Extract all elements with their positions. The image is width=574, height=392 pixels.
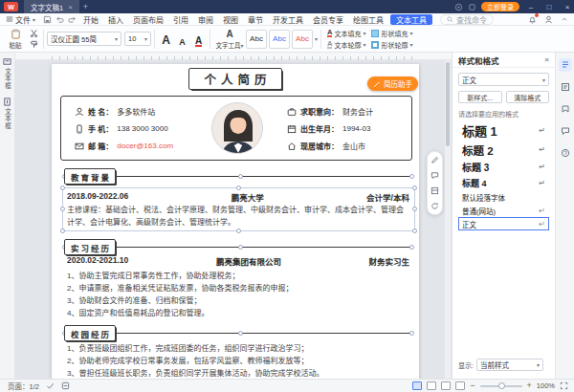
shape-outline-button[interactable]: 形状轮廓 ▾ xyxy=(371,40,412,50)
bell-icon[interactable] xyxy=(528,15,537,24)
resize-handle[interactable] xyxy=(412,229,417,233)
current-style-select[interactable]: 正文 ▾ xyxy=(458,73,549,86)
style-item-heading1[interactable]: 标题 1 ↵ xyxy=(458,120,549,141)
zoom-out-button[interactable]: − xyxy=(470,381,475,390)
section-divider-line[interactable] xyxy=(64,333,412,334)
document-canvas[interactable]: 简历助手 个人简历 姓 名： 多多软件站 手 机： 138 3000 3000 xyxy=(15,60,452,379)
page-indicator[interactable]: 页面：1/2 xyxy=(8,381,39,391)
search-input[interactable]: 查找命令 xyxy=(440,14,494,25)
float-rotate-icon[interactable] xyxy=(430,202,439,210)
text-outline-button[interactable]: A 文本轮廓 ▾ xyxy=(327,40,365,50)
style-item-body-selected[interactable]: 正文 ↵ xyxy=(458,217,549,230)
styles-pane-icon[interactable] xyxy=(559,58,572,72)
zoom-in-button[interactable]: + xyxy=(527,381,532,390)
text-preset-3[interactable]: Abc xyxy=(292,30,313,49)
properties-pane-icon[interactable] xyxy=(559,80,572,94)
resize-handle[interactable] xyxy=(238,174,243,179)
minimize-icon[interactable]: – xyxy=(524,3,538,11)
shape-fill-button[interactable]: 形状填充 ▾ xyxy=(371,29,412,38)
resize-handle[interactable] xyxy=(409,245,414,250)
resize-handle[interactable] xyxy=(60,207,65,211)
save-icon[interactable] xyxy=(41,15,54,24)
view-mode-outline-icon[interactable] xyxy=(441,381,451,390)
menu-item-references[interactable]: 引用 xyxy=(168,14,193,25)
text-tool-button[interactable]: A 文字工具▾ xyxy=(213,27,246,52)
menu-item-start[interactable]: 开始 xyxy=(78,14,103,25)
vertical-scrollbar[interactable] xyxy=(445,60,451,379)
fullscreen-icon[interactable] xyxy=(560,381,568,390)
file-menu[interactable]: 文件 ▾ xyxy=(0,14,41,25)
login-button[interactable]: 立即登录 xyxy=(481,2,519,11)
font-family-select[interactable]: 汉仪正圆 55简 ▾ xyxy=(47,32,121,46)
float-layout-icon[interactable] xyxy=(430,186,439,195)
more-presets-icon[interactable]: ▾ xyxy=(315,35,318,42)
internship-detail-list[interactable]: 1、协助主管完成日常事务性工作，协助处理税务； 2、申请票据，准备相关凭证粘贴发… xyxy=(67,270,409,319)
campus-detail-list[interactable]: 1、负责班级团组织工作，完成班团委的任务，组织同学进行政治学习； 2、协助老师完… xyxy=(67,342,409,379)
format-painter-icon[interactable] xyxy=(30,40,38,49)
menu-item-view[interactable]: 视图 xyxy=(218,14,243,25)
font-color-button[interactable]: A xyxy=(190,30,207,49)
resume-title-box[interactable]: 个人简历 xyxy=(188,68,282,90)
close-tab-icon[interactable]: × xyxy=(68,3,73,11)
wps-logo-icon[interactable]: W xyxy=(4,2,18,11)
zoom-slider-thumb[interactable] xyxy=(498,382,505,389)
resize-handle[interactable] xyxy=(238,245,243,250)
resize-handle[interactable] xyxy=(409,331,414,336)
menu-item-insert[interactable]: 插入 xyxy=(103,14,128,25)
view-mode-web-icon[interactable] xyxy=(427,381,436,390)
new-tab-button[interactable]: + xyxy=(83,2,88,11)
resize-handle[interactable] xyxy=(60,229,65,233)
resume-info-card[interactable]: 姓 名： 多多软件站 手 机： 138 3000 3000 邮 箱： docer… xyxy=(60,96,412,161)
resize-handle[interactable] xyxy=(60,185,65,190)
undo-icon[interactable] xyxy=(54,15,66,24)
view-mode-print-icon[interactable] xyxy=(412,381,422,390)
education-courses-text[interactable]: 主修课程：基础会计、税法、会计学原理、财务管理、中级财务会计、审计学、成本会计学… xyxy=(67,204,409,229)
resume-assistant-button[interactable]: 简历助手 xyxy=(367,76,418,91)
clear-format-button[interactable]: 清除格式 xyxy=(506,91,550,103)
resize-handle[interactable] xyxy=(238,331,243,336)
internship-summary-row[interactable]: 2020.02-2021.10 鹏亮集团有限公司 财务实习生 xyxy=(67,255,409,267)
style-item-default-font[interactable]: 默认段落字体 xyxy=(458,190,549,204)
close-panel-icon[interactable]: × xyxy=(544,55,549,64)
section-divider-line[interactable] xyxy=(64,176,412,177)
resize-handle[interactable] xyxy=(409,174,414,179)
float-edit-icon[interactable] xyxy=(430,156,439,164)
resize-handle[interactable] xyxy=(236,185,241,190)
new-style-button[interactable]: 新样式... xyxy=(458,91,502,103)
navigation-pane-icon[interactable] xyxy=(559,102,572,116)
zoom-slider[interactable] xyxy=(480,385,522,387)
show-filter-select[interactable]: 当前样式 ▾ xyxy=(476,359,543,371)
collapse-ribbon-icon[interactable] xyxy=(561,15,568,23)
menu-item-developer[interactable]: 开发工具 xyxy=(268,14,308,25)
resize-handle[interactable] xyxy=(412,207,417,211)
decrease-font-button[interactable]: A xyxy=(174,30,190,49)
cut-icon[interactable] xyxy=(30,29,38,37)
insert-vertical-textbox-button[interactable]: 文本框 xyxy=(3,98,12,130)
style-item-heading4[interactable]: 标题 4 ↵ xyxy=(458,175,549,190)
user-icon[interactable] xyxy=(544,15,553,24)
education-summary-row[interactable]: 2018.09-2022.06 鹏亮大学 会计学/本科 xyxy=(67,191,409,203)
resume-photo[interactable] xyxy=(211,102,263,154)
increase-font-button[interactable]: A xyxy=(158,30,174,49)
style-item-heading3[interactable]: 标题 3 ↵ xyxy=(458,159,549,175)
font-size-select[interactable]: 10 ▾ xyxy=(124,32,151,46)
redo-icon[interactable] xyxy=(66,15,78,24)
menu-item-review[interactable]: 审阅 xyxy=(193,14,218,25)
tab-drawing-tools[interactable]: 绘图工具 xyxy=(348,14,388,25)
close-window-icon[interactable]: × xyxy=(561,3,574,11)
resize-handle[interactable] xyxy=(412,185,417,190)
insert-textbox-button[interactable]: 文本框 xyxy=(3,57,12,90)
text-preset-2[interactable]: Abc xyxy=(269,30,290,49)
scrollbar-thumb[interactable] xyxy=(446,62,450,146)
menu-item-member[interactable]: 会员专享 xyxy=(308,14,348,25)
tab-text-tools[interactable]: 文本工具 xyxy=(390,14,432,25)
menu-item-page-layout[interactable]: 页面布局 xyxy=(128,14,168,25)
resize-handle[interactable] xyxy=(236,229,241,233)
theme-icon[interactable] xyxy=(454,3,463,11)
paste-button[interactable]: 粘贴 xyxy=(3,27,28,52)
proofread-icon[interactable] xyxy=(61,381,70,390)
menu-item-section[interactable]: 章节 xyxy=(243,14,268,25)
section-heading-education[interactable]: 教育背景 xyxy=(64,168,116,185)
style-item-heading2[interactable]: 标题 2 ↵ xyxy=(458,141,549,159)
style-item-normal-web[interactable]: 普通(网站) ↵ xyxy=(458,204,549,217)
